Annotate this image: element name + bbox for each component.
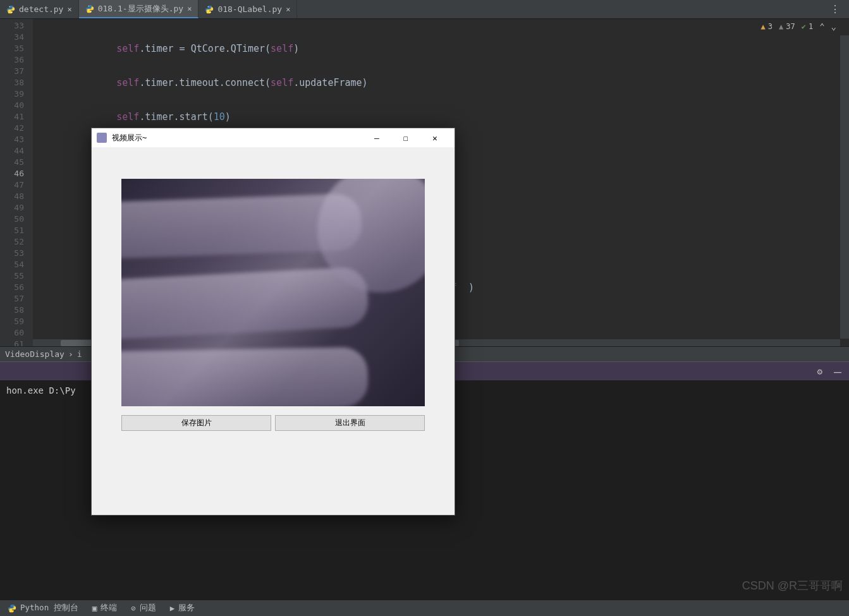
- maximize-button[interactable]: ☐: [391, 128, 420, 147]
- python-icon: [6, 5, 15, 14]
- warning-yellow[interactable]: ▲3: [761, 22, 773, 31]
- popup-titlebar[interactable]: 视频展示~ — ☐ ✕: [92, 128, 455, 147]
- chevron-right-icon: ›: [68, 349, 73, 359]
- svg-point-3: [90, 11, 91, 11]
- tab-camera[interactable]: 018.1-显示摄像头.py ×: [79, 0, 199, 18]
- close-icon[interactable]: ×: [187, 4, 192, 13]
- svg-point-2: [88, 6, 89, 6]
- bottom-toolbar: Python 控制台 ▣ 终端 ⊘ 问题 ▶ 服务: [0, 600, 849, 616]
- chevron-up-icon[interactable]: ⌃: [819, 21, 824, 32]
- inspection-status: ▲3 ▲37 ✔1 ⌃ ⌄: [761, 21, 837, 32]
- python-icon: [205, 5, 214, 14]
- warning-grey[interactable]: ▲37: [779, 22, 795, 31]
- exit-button[interactable]: 退出界面: [275, 415, 425, 431]
- chevron-down-icon[interactable]: ⌄: [831, 21, 836, 32]
- breadcrumb-item[interactable]: VideoDisplay: [5, 349, 64, 359]
- code-line: self.timer = QtCore.QTimer(self): [33, 43, 849, 54]
- code-line: self.timer.timeout.connect(self.updateFr…: [33, 77, 849, 88]
- button-row: 保存图片 退出界面: [121, 415, 425, 431]
- close-icon[interactable]: ×: [286, 5, 290, 14]
- svg-point-5: [211, 11, 211, 12]
- close-icon[interactable]: ×: [67, 5, 71, 14]
- svg-point-1: [11, 11, 12, 12]
- tab-label: 018-QLabel.py: [217, 4, 282, 14]
- save-image-button[interactable]: 保存图片: [121, 415, 271, 431]
- terminal-icon: ▣: [92, 603, 97, 613]
- window-controls: — ☐ ✕: [362, 128, 449, 147]
- code-line: self.timer.start(10): [33, 111, 849, 123]
- tab-label: detect.py: [19, 4, 63, 14]
- video-display: [121, 179, 425, 406]
- warning-icon: ▲: [779, 22, 783, 31]
- svg-rect-6: [97, 133, 107, 143]
- minimap[interactable]: [840, 35, 849, 339]
- popup-body: 保存图片 退出界面: [92, 147, 455, 515]
- check-icon: ✔: [802, 22, 806, 31]
- python-icon: [8, 604, 16, 613]
- minimize-button[interactable]: —: [362, 128, 391, 147]
- minimize-icon[interactable]: —: [834, 368, 841, 375]
- btn-services[interactable]: ▶ 服务: [170, 603, 195, 613]
- tab-qlabel[interactable]: 018-QLabel.py ×: [199, 0, 297, 18]
- tab-detect[interactable]: detect.py ×: [0, 0, 79, 18]
- gutter: 33 34 35 36 37 38 39 40 41 42 43 44 45 4…: [0, 19, 33, 346]
- app-icon: [97, 133, 107, 143]
- close-button[interactable]: ✕: [420, 128, 449, 147]
- svg-point-0: [9, 6, 10, 7]
- popup-title-text: 视频展示~: [112, 133, 147, 143]
- gear-icon[interactable]: ⚙: [817, 366, 822, 377]
- play-icon: ▶: [170, 603, 175, 613]
- problems-icon: ⊘: [131, 603, 136, 613]
- tab-label: 018.1-显示摄像头.py: [98, 3, 183, 15]
- btn-problems[interactable]: ⊘ 问题: [131, 603, 156, 613]
- tab-bar: detect.py × 018.1-显示摄像头.py × 018-QLabel.…: [0, 0, 849, 19]
- btn-terminal[interactable]: ▣ 终端: [92, 603, 118, 613]
- kebab-icon[interactable]: ⋮: [821, 3, 849, 15]
- svg-point-4: [208, 6, 209, 7]
- check-green[interactable]: ✔1: [802, 22, 813, 31]
- python-icon: [85, 4, 94, 13]
- breadcrumb-item[interactable]: i: [77, 349, 82, 359]
- warning-icon: ▲: [761, 22, 766, 31]
- btn-python-console[interactable]: Python 控制台: [8, 603, 78, 613]
- video-popup: 视频展示~ — ☐ ✕ 保存图片 退出界面: [91, 128, 455, 516]
